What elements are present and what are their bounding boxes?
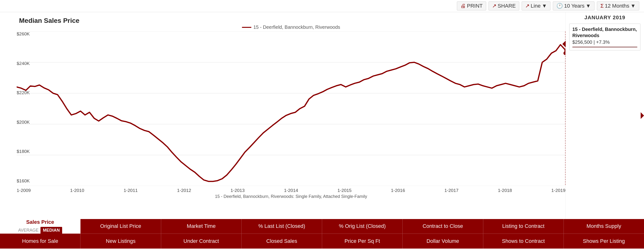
chart-type-label: Line — [531, 3, 541, 9]
tab-original-list-price[interactable]: Original List Price — [80, 219, 161, 234]
tab-closed-sales[interactable]: Closed Sales — [242, 234, 322, 249]
tab-price-per-sqft-label: Price Per Sq Ft — [344, 238, 380, 245]
x-label-2017: 1-2017 — [444, 188, 458, 193]
tab-sales-price-label: Sales Price — [26, 219, 54, 226]
x-label-2012: 1-2012 — [177, 188, 191, 193]
x-label-2011: 1-2011 — [124, 188, 138, 193]
x-label-2013: 1-2013 — [230, 188, 244, 193]
chart-tooltip-dot — [564, 51, 566, 55]
tab-months-supply[interactable]: Months Supply — [564, 219, 644, 234]
x-label-2009: 1-2009 — [17, 188, 31, 193]
sidebar-arrow-left — [562, 41, 566, 47]
print-label: PRINT — [467, 3, 482, 9]
tab-shows-per-listing[interactable]: Shows Per Listing — [564, 234, 644, 249]
tab-pct-orig-list[interactable]: % Orig List (Closed) — [322, 219, 402, 234]
legend-line — [242, 27, 252, 28]
sidebar-card: 15 - Deerfield, Bannockburn, Riverwoods … — [569, 23, 640, 50]
tab-average-label: AVERAGE — [18, 228, 38, 233]
x-label-2015: 1-2015 — [337, 188, 352, 193]
tab-contract-to-close[interactable]: Contract to Close — [402, 219, 483, 234]
tab-listing-to-contract[interactable]: Listing to Contract — [483, 219, 564, 234]
tab-new-listings-label: New Listings — [106, 238, 136, 245]
chart-sidebar: JANUARY 2019 15 - Deerfield, Bannockburn… — [566, 12, 644, 219]
tab-homes-for-sale[interactable]: Homes for Sale — [0, 234, 80, 249]
tab-market-time-label: Market Time — [187, 223, 216, 230]
tab-closed-sales-label: Closed Sales — [266, 238, 297, 245]
chart-main: Median Sales Price 15 - Deerfield, Banno… — [0, 12, 566, 219]
tab-market-time[interactable]: Market Time — [161, 219, 242, 234]
x-label-2019: 1-2019 — [552, 188, 566, 193]
tab-new-listings[interactable]: New Listings — [80, 234, 161, 249]
x-label-2014: 1-2014 — [284, 188, 298, 193]
line-chart-icon: ↗ — [525, 3, 530, 9]
sidebar-month-title: JANUARY 2019 — [569, 14, 640, 21]
tab-months-supply-label: Months Supply — [586, 223, 622, 230]
print-button[interactable]: 🖨 PRINT — [457, 1, 486, 10]
chart-type-chevron-icon: ▼ — [542, 3, 547, 9]
clock-icon: 🕐 — [556, 3, 563, 9]
chart-legend: 15 - Deerfield, Bannockburn, Riverwoods — [17, 24, 566, 30]
chart-svg-area[interactable] — [17, 31, 566, 186]
tab-contract-to-close-label: Contract to Close — [422, 223, 463, 230]
chart-type-button[interactable]: ↗ Line ▼ — [522, 1, 550, 10]
tab-pct-last-list[interactable]: % Last List (Closed) — [242, 219, 322, 234]
tab-shows-per-listing-label: Shows Per Listing — [583, 238, 625, 245]
time-range-label: 10 Years — [564, 3, 584, 9]
bottom-tabs-row1: Sales Price AVERAGE MEDIAN Original List… — [0, 219, 644, 234]
x-axis: 1-2009 1-2010 1-2011 1-2012 1-2013 1-201… — [17, 187, 566, 193]
tab-sales-price[interactable]: Sales Price AVERAGE MEDIAN — [0, 219, 80, 234]
share-button[interactable]: ↗ SHARE — [488, 1, 519, 10]
chart-footer-label: 15 - Deerfield, Bannockburn, Riverwoods:… — [17, 194, 566, 199]
tab-dollar-volume-label: Dollar Volume — [426, 238, 459, 245]
tab-sales-price-sub: AVERAGE MEDIAN — [18, 227, 62, 234]
tab-pct-last-list-label: % Last List (Closed) — [258, 223, 305, 230]
chart-svg — [17, 31, 566, 186]
share-label: SHARE — [498, 3, 516, 9]
tab-original-list-price-label: Original List Price — [100, 223, 141, 230]
x-label-2018: 1-2018 — [498, 188, 512, 193]
period-button[interactable]: Σ 12 Months ▼ — [597, 1, 639, 10]
x-label-2016: 1-2016 — [391, 188, 405, 193]
tab-shows-to-contract-label: Shows to Contract — [502, 238, 545, 245]
tab-under-contract[interactable]: Under Contract — [161, 234, 242, 249]
legend-label: 15 - Deerfield, Bannockburn, Riverwoods — [253, 24, 340, 30]
tab-dollar-volume[interactable]: Dollar Volume — [402, 234, 483, 249]
tab-pct-orig-list-label: % Orig List (Closed) — [339, 223, 386, 230]
sidebar-card-value: $256,500 | +7.3% — [572, 39, 637, 45]
chart-title: Median Sales Price — [17, 14, 566, 24]
time-range-chevron-icon: ▼ — [586, 3, 591, 9]
sidebar-collapse-icon[interactable] — [641, 112, 644, 119]
chart-area: Median Sales Price 15 - Deerfield, Banno… — [0, 12, 644, 219]
period-label: 12 Months — [605, 3, 629, 9]
tab-under-contract-label: Under Contract — [184, 238, 219, 245]
sidebar-card-title: 15 - Deerfield, Bannockburn, Riverwoods — [572, 26, 637, 38]
tab-price-per-sqft[interactable]: Price Per Sq Ft — [322, 234, 402, 249]
tab-sales-price-inner: Sales Price AVERAGE MEDIAN — [18, 219, 62, 234]
tab-listing-to-contract-label: Listing to Contract — [502, 223, 544, 230]
bottom-tabs-row2: Homes for Sale New Listings Under Contra… — [0, 234, 644, 249]
time-range-button[interactable]: 🕐 10 Years ▼ — [553, 1, 594, 10]
sidebar-card-bar — [572, 46, 637, 48]
toolbar: 🖨 PRINT ↗ SHARE ↗ Line ▼ 🕐 10 Years ▼ Σ … — [0, 0, 644, 12]
tab-median-badge[interactable]: MEDIAN — [40, 227, 62, 234]
sigma-icon: Σ — [600, 3, 604, 9]
share-icon: ↗ — [492, 3, 496, 9]
print-icon: 🖨 — [460, 3, 466, 9]
period-chevron-icon: ▼ — [630, 3, 636, 9]
x-label-2010: 1-2010 — [70, 188, 84, 193]
bottom-tabs: Sales Price AVERAGE MEDIAN Original List… — [0, 219, 644, 249]
tab-shows-to-contract[interactable]: Shows to Contract — [483, 234, 564, 249]
tab-homes-for-sale-label: Homes for Sale — [22, 238, 58, 245]
